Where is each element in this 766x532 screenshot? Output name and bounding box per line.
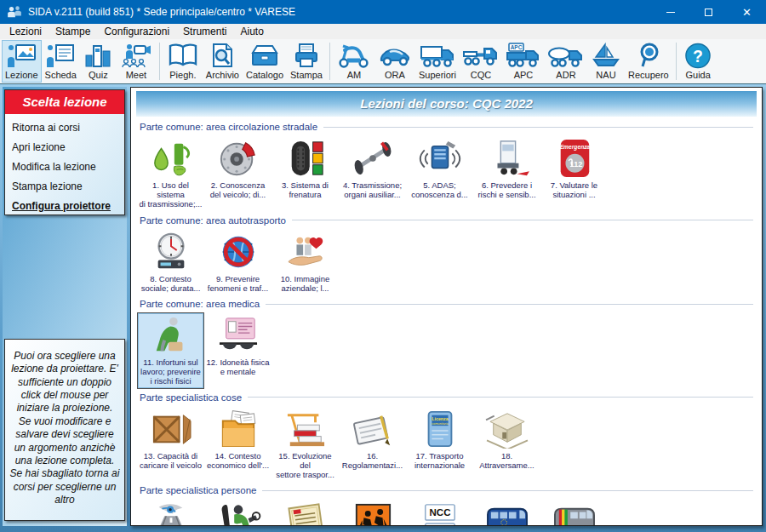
- customs-building-icon: [484, 409, 530, 449]
- lesson-item[interactable]: 6. Prevedere i rischi e sensib...: [473, 135, 540, 202]
- lesson-item[interactable]: 5. ADAS; conoscenza d...: [406, 135, 473, 202]
- lesson-item[interactable]: 20. Sicurezza dei passeggeri; m...: [204, 499, 272, 526]
- toolbar-button-recupero[interactable]: Recupero: [625, 40, 672, 83]
- toolbar-button-quiz[interactable]: Quiz: [80, 40, 117, 83]
- lesson-item[interactable]: 19. Strade e infrastrutture d...: [137, 499, 204, 526]
- crane-bricks-icon: [283, 409, 329, 449]
- toolbar-button-meet[interactable]: Meet: [117, 40, 156, 83]
- archive-search-icon: [208, 43, 237, 69]
- lesson-item[interactable]: 9. Prevenire fenomeni e traf...: [204, 229, 272, 295]
- section-divider: [292, 220, 753, 220]
- menu-item-strumenti[interactable]: Strumenti: [176, 25, 233, 38]
- lesson-label: 18. Attraversame...: [479, 451, 534, 470]
- toolbar-button-superiori[interactable]: Superiori: [415, 40, 460, 83]
- maximize-button[interactable]: [689, 0, 728, 24]
- gray-bus-icon: [552, 501, 597, 526]
- menu-item-lezioni[interactable]: Lezioni: [3, 25, 49, 38]
- clipboard-pen-icon: [350, 409, 396, 449]
- children-sign-icon: [350, 501, 396, 526]
- toolbar-button-label: Recupero: [628, 69, 669, 81]
- care-hand-icon: [283, 232, 329, 272]
- lesson-item[interactable]: 13. Capacità di caricare il veicolo: [137, 406, 204, 472]
- sidebar-item[interactable]: Ritorna ai corsi: [5, 117, 124, 137]
- truck-risk-icon: [484, 138, 530, 179]
- toolbar-button-label: Stampa: [290, 69, 323, 81]
- lesson-item[interactable]: 18. Attraversame...: [473, 406, 540, 472]
- section-header: Parte specialistica persone: [136, 484, 757, 496]
- printer-icon: [291, 43, 322, 69]
- folder-docs-icon: [215, 409, 261, 449]
- lesson-label: 8. Contesto sociale; durata...: [141, 274, 201, 293]
- lesson-item[interactable]: 2. Conoscenza del veicolo; di...: [204, 135, 272, 202]
- toolbar: LezioneSchedaQuizMeetPiegh.ArchivioCatal…: [0, 39, 766, 83]
- card-document-icon: [45, 43, 76, 69]
- lesson-item[interactable]: 14. Contesto economico dell'...: [204, 406, 272, 472]
- crate-icon: [148, 409, 194, 449]
- lesson-item[interactable]: 24. Conoscenza del contesto e...: [473, 499, 540, 526]
- window-title: SIDA v.2111 (build 851) * Sede principal…: [28, 6, 651, 18]
- lesson-label: 17. Trasporto internazionale: [414, 451, 465, 470]
- toolbar-button-label: Archivio: [206, 69, 239, 81]
- toolbar-button-scheda[interactable]: Scheda: [42, 40, 80, 83]
- title-bar: SIDA v.2111 (build 851) * Sede principal…: [0, 0, 766, 24]
- road-eye-icon: [148, 501, 194, 526]
- lesson-item[interactable]: Emergenza1127. Valutare le situazioni ..…: [540, 135, 608, 202]
- toolbar-button-piegh[interactable]: Piegh.: [163, 40, 203, 83]
- section-divider: [323, 127, 753, 128]
- toolbar-button-label: ADR: [556, 69, 575, 81]
- toolbar-button-nau[interactable]: NAU: [587, 40, 625, 83]
- toolbar-button-cqc[interactable]: CQC: [460, 40, 502, 83]
- lesson-item[interactable]: 8. Contesto sociale; durata...: [137, 229, 204, 295]
- tire-lights-icon: [283, 138, 329, 179]
- lesson-item[interactable]: 22. Dotazioni di sicurezza auto...: [339, 499, 406, 526]
- sidebar-header: Scelta lezione: [5, 90, 124, 114]
- sidebar-item[interactable]: Apri lezione: [5, 137, 124, 157]
- first-aid-icon: [148, 315, 194, 356]
- sidebar-item[interactable]: Stampa lezione: [5, 176, 124, 196]
- lesson-label: 14. Contesto economico dell'...: [207, 451, 269, 470]
- svg-text:comunitaria: comunitaria: [432, 421, 449, 425]
- lesson-item[interactable]: 10. Immagine aziendale; l...: [272, 229, 339, 295]
- toolbar-button-archivio[interactable]: Archivio: [203, 40, 243, 83]
- lesson-item[interactable]: 15. Evoluzione del settore traspor...: [272, 406, 339, 483]
- section: Parte comune: area circolazione stradale…: [136, 121, 757, 215]
- lesson-row: 13. Capacità di caricare il veicolo14. C…: [136, 403, 757, 485]
- toolbar-button-ora[interactable]: ORA: [374, 40, 415, 83]
- lesson-item[interactable]: 11. Infortuni sul lavoro; prevenire i ri…: [137, 312, 204, 389]
- svg-text:?: ?: [693, 46, 703, 65]
- lesson-item[interactable]: 12. Idoneità fisica e mentale: [204, 312, 272, 379]
- toolbar-button-adr[interactable]: ADR: [545, 40, 587, 83]
- sidebar-item[interactable]: Configura proiettore: [5, 196, 124, 215]
- toolbar-button-catalogo[interactable]: Catalogo: [243, 40, 287, 83]
- lesson-item[interactable]: 3. Sistema di frenatura: [272, 135, 339, 202]
- toolbar-button-stampa[interactable]: Stampa: [287, 40, 326, 83]
- sidebar-nav: Ritorna ai corsiApri lezioneModifica la …: [5, 114, 124, 215]
- sidebar: Scelta lezione Ritorna ai corsiApri lezi…: [3, 87, 127, 526]
- globe-prohibition-icon: [215, 232, 261, 272]
- menu-item-configurazioni[interactable]: Configurazioni: [97, 25, 176, 38]
- toolbar-button-label: Piegh.: [169, 69, 196, 81]
- lesson-item[interactable]: 4. Trasmissione; organi ausiliar...: [339, 135, 406, 202]
- toolbar-button-lezione[interactable]: Lezione: [2, 40, 42, 83]
- lesson-item[interactable]: NCCTPL23. Organizzazione...: [406, 499, 473, 526]
- license-book-icon: Licenzacomunitaria: [417, 409, 463, 449]
- close-button[interactable]: ✕: [728, 0, 766, 24]
- toolbar-button-label: Catalogo: [246, 69, 283, 81]
- truck-icon: [420, 43, 455, 69]
- lesson-item[interactable]: 16. Regolamentazi...: [339, 406, 406, 472]
- section-divider: [262, 490, 753, 491]
- lesson-item[interactable]: 21. Contratto di trasporto di per...: [272, 499, 339, 526]
- toolbar-button-apc[interactable]: APCAPC: [502, 40, 545, 83]
- toolbar-button-am[interactable]: AM: [334, 40, 374, 83]
- sidebar-info-box: Puoi ora scegliere una lezione da proiet…: [4, 339, 125, 521]
- lesson-item[interactable]: Licenzacomunitaria17. Trasporto internaz…: [406, 406, 473, 472]
- catalog-drawer-icon: [249, 43, 280, 69]
- lesson-item[interactable]: 1. Uso del sistema di trasmissione;...: [137, 135, 204, 212]
- menu-item-stampe[interactable]: Stampe: [49, 25, 97, 38]
- section-title: Parte comune: area medica: [136, 299, 260, 309]
- minimize-button[interactable]: [651, 0, 689, 24]
- lesson-item[interactable]: 25. Trasporto internazional...: [540, 499, 608, 526]
- menu-item-aiuto[interactable]: Aiuto: [233, 25, 270, 38]
- toolbar-button-guida[interactable]: ?Guida: [680, 40, 717, 83]
- sidebar-item[interactable]: Modifica la lezione: [5, 157, 124, 176]
